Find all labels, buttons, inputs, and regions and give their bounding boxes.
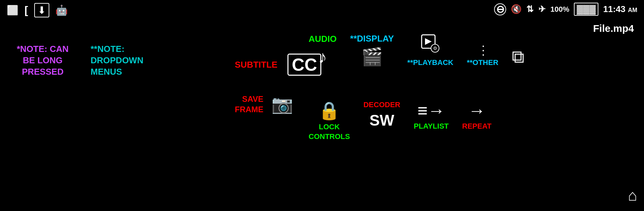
clapper-icon[interactable]: 🎬: [361, 47, 383, 67]
filename: File.mp4: [593, 23, 634, 34]
display-block: **DISPLAY 🎬: [350, 33, 394, 67]
android-icon: 🤖: [55, 4, 68, 16]
playback-icon[interactable]: ⚙: [421, 34, 440, 57]
split-screen-icon: ⬜: [7, 5, 18, 16]
dots-icon[interactable]: ● ● ●: [482, 44, 483, 57]
bottom-controls: 🔒 LOCK CONTROLS DECODER SW ≡→ PLAYLIST →…: [309, 100, 491, 141]
playback-label[interactable]: **PLAYBACK: [407, 58, 453, 67]
lock-block: 🔒 LOCK CONTROLS: [309, 100, 350, 141]
top-controls: AUDIO ♪ **DISPLAY 🎬 ⚙ **PLAYBACK: [309, 33, 524, 67]
audio-block: AUDIO ♪: [309, 34, 337, 67]
status-bar-right: ⊖ 🔇 ⇅ ✈ 100% ▓▓▓ 11:43 AM: [494, 3, 637, 16]
bracket-icon: [: [24, 4, 28, 16]
audio-label[interactable]: AUDIO: [309, 34, 337, 44]
repeat-label[interactable]: REPEAT: [462, 122, 492, 131]
note-right: **NOTE: DROPDOWN MENUS: [91, 44, 143, 77]
save-frame-area: SAVE FRAME 📷: [235, 94, 293, 115]
playlist-label[interactable]: PLAYLIST: [414, 122, 448, 131]
playback-svg: ⚙: [421, 34, 440, 53]
repeat-arrow-icon[interactable]: →: [468, 100, 486, 121]
lock-icon[interactable]: 🔒: [318, 100, 340, 121]
repeat-block: → REPEAT: [462, 100, 492, 131]
time-display: 11:43 AM: [603, 4, 637, 14]
svg-text:⚙: ⚙: [433, 46, 437, 51]
copy-block: ⧉: [512, 47, 524, 67]
subtitle-label[interactable]: SUBTITLE: [235, 60, 277, 70]
other-block: ● ● ● **OTHER: [467, 44, 498, 67]
camera-icon[interactable]: 📷: [271, 94, 293, 115]
save-frame-label[interactable]: SAVE FRAME: [235, 94, 263, 115]
status-bar: ⬜ [ ⬇ 🤖 ⊖ 🔇 ⇅ ✈ 100% ▓▓▓ 11:43 AM: [0, 0, 644, 20]
music-note-icon[interactable]: ♪: [318, 47, 327, 67]
battery-percent: 100%: [550, 5, 569, 14]
decoder-label: DECODER: [363, 100, 400, 109]
note-left: *NOTE: CAN BE LONG PRESSED: [17, 44, 69, 77]
playback-block: ⚙ **PLAYBACK: [407, 34, 453, 67]
other-label[interactable]: **OTHER: [467, 58, 498, 67]
playlist-icon[interactable]: ≡→: [417, 100, 445, 121]
controls-area: SUBTITLE CC SAVE FRAME 📷 AUDIO ♪ **DISPL…: [235, 33, 644, 211]
mute-icon: 🔇: [511, 4, 522, 14]
decoder-block: DECODER SW: [363, 100, 400, 129]
wifi-icon: ⇅: [526, 4, 534, 14]
airplane-icon: ✈: [538, 4, 546, 14]
svg-marker-1: [425, 38, 432, 45]
display-label[interactable]: **DISPLAY: [350, 33, 394, 44]
copy-icon[interactable]: ⧉: [512, 47, 524, 67]
playlist-block: ≡→ PLAYLIST: [414, 100, 448, 131]
status-bar-left: ⬜ [ ⬇ 🤖: [7, 3, 68, 17]
battery-icon: ▓▓▓: [574, 3, 598, 16]
sw-label[interactable]: SW: [369, 111, 394, 129]
home-icon[interactable]: ⌂: [628, 186, 637, 204]
do-not-disturb-icon: ⊖: [494, 3, 506, 15]
lock-label[interactable]: LOCK CONTROLS: [309, 122, 350, 141]
download-icon: ⬇: [34, 3, 49, 17]
